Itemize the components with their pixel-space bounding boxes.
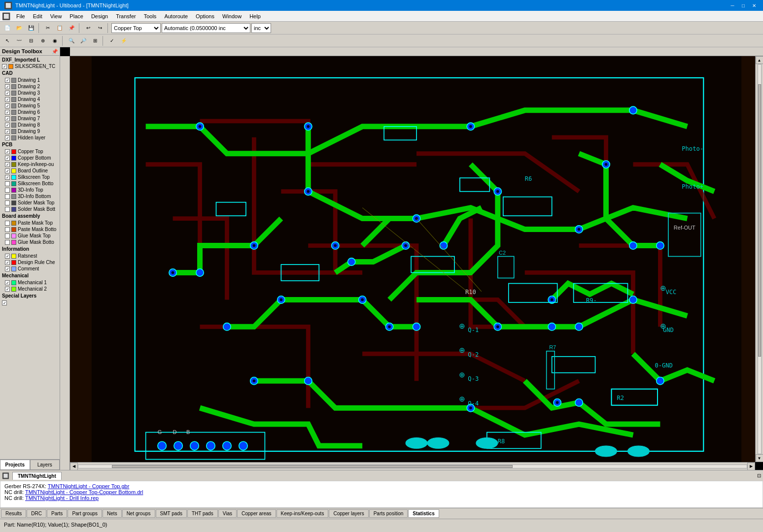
layer-check[interactable] bbox=[5, 149, 10, 154]
panel-tab-layers[interactable]: Layers bbox=[30, 460, 60, 470]
vscroll-thumb[interactable] bbox=[758, 84, 761, 357]
menu-item-autoroute[interactable]: Autoroute bbox=[160, 12, 192, 20]
layer-item-solder_mask_top[interactable]: Solder Mask Top bbox=[1, 200, 59, 206]
tb1-new-btn[interactable]: 📄 bbox=[2, 23, 13, 33]
layer-check[interactable] bbox=[5, 116, 10, 121]
tb2-zoom-fit-btn[interactable]: ⊞ bbox=[90, 35, 101, 46]
menu-item-transfer[interactable]: Transfer bbox=[112, 12, 140, 20]
pcb-canvas[interactable]: Q-1 Q-2 Q-3 Q-4 VCC GND 0-GND Photo- Pho… bbox=[70, 56, 763, 462]
menu-item-window[interactable]: Window bbox=[218, 12, 245, 20]
menu-item-place[interactable]: Place bbox=[66, 12, 87, 20]
layer-item-drawing_3[interactable]: Drawing 3 bbox=[1, 90, 59, 96]
layer-check[interactable] bbox=[5, 110, 10, 115]
tb2-autoroute-btn[interactable]: ⚡ bbox=[118, 35, 129, 46]
layer-check[interactable] bbox=[5, 260, 10, 265]
layer-check[interactable] bbox=[5, 287, 10, 292]
layer-item-paste_mask_top[interactable]: Paste Mask Top bbox=[1, 220, 59, 226]
hscroll-track[interactable] bbox=[78, 465, 747, 468]
layer-item-drawing_9[interactable]: Drawing 9 bbox=[1, 128, 59, 134]
bottom-tab-keep-ins_keep-outs[interactable]: Keep-ins/Keep-outs bbox=[277, 509, 329, 518]
layer-item-comment[interactable]: Comment bbox=[1, 266, 59, 272]
bottom-tab-part_groups[interactable]: Part groups bbox=[68, 509, 102, 518]
tb1-paste-btn[interactable]: 📌 bbox=[66, 23, 77, 33]
grid-selector[interactable]: Automatic (0.0500000 inc bbox=[162, 23, 250, 33]
hscroll-thumb[interactable] bbox=[112, 465, 513, 468]
layer-item-paste_mask_botto[interactable]: Paste Mask Botto bbox=[1, 226, 59, 233]
layer-check[interactable] bbox=[5, 135, 10, 140]
minimize-button[interactable]: ─ bbox=[728, 1, 737, 9]
layer-item-drawing_8[interactable]: Drawing 8 bbox=[1, 122, 59, 128]
tb1-copy-btn[interactable]: 📋 bbox=[54, 23, 65, 33]
layer-check[interactable] bbox=[5, 233, 10, 238]
menu-item-options[interactable]: Options bbox=[192, 12, 218, 20]
layer-item-mechanical_1[interactable]: Mechanical 1 bbox=[1, 279, 59, 286]
menu-item-edit[interactable]: Edit bbox=[29, 12, 46, 20]
tb2-zoom-in-btn[interactable]: 🔍 bbox=[66, 35, 77, 46]
sub-tab-tmnt[interactable]: TMNTNightLight bbox=[12, 472, 62, 480]
hscroll-right-btn[interactable]: ▶ bbox=[747, 463, 755, 470]
bottom-tab-copper_areas[interactable]: Copper areas bbox=[237, 509, 276, 518]
layer-item-drawing_7[interactable]: Drawing 7 bbox=[1, 115, 59, 122]
layer-item-copper_top[interactable]: Copper Top bbox=[1, 148, 59, 155]
bottom-tab-nets[interactable]: Nets bbox=[103, 509, 122, 518]
layer-item-board_outline[interactable]: Board Outline bbox=[1, 167, 59, 174]
bottom-tab-results[interactable]: Results bbox=[1, 509, 26, 518]
layer-check[interactable] bbox=[2, 64, 7, 69]
tb2-pad-btn[interactable]: ◉ bbox=[49, 35, 60, 46]
layer-item-silkscreen_top[interactable]: Silkscreen Top bbox=[1, 174, 59, 180]
layer-check[interactable] bbox=[5, 188, 10, 193]
layer-item-drawing_2[interactable]: Drawing 2 bbox=[1, 83, 59, 90]
tb2-select-btn[interactable]: ↖ bbox=[2, 35, 13, 46]
layer-check[interactable] bbox=[5, 103, 10, 108]
layer-item-3d-info_top[interactable]: 3D-Info Top bbox=[1, 187, 59, 193]
menu-item-tools[interactable]: Tools bbox=[140, 12, 161, 20]
layer-item-ratsnest[interactable]: Ratsnest bbox=[1, 253, 59, 259]
layer-check[interactable] bbox=[5, 200, 10, 205]
hscroll[interactable]: ◀ ▶ bbox=[70, 462, 755, 470]
unit-selector[interactable]: inc bbox=[251, 23, 271, 33]
layer-check[interactable] bbox=[5, 129, 10, 134]
special-check[interactable] bbox=[1, 299, 59, 306]
layer-check[interactable] bbox=[5, 266, 10, 271]
layer-item-design_rule_che[interactable]: Design Rule Che bbox=[1, 259, 59, 266]
tb1-redo-btn[interactable]: ↪ bbox=[95, 23, 105, 33]
bottom-tab-tht_pads[interactable]: THT pads bbox=[187, 509, 218, 518]
vscroll-up-btn[interactable]: ▲ bbox=[756, 56, 763, 64]
menu-item-design[interactable]: Design bbox=[87, 12, 112, 20]
tb1-undo-btn[interactable]: ↩ bbox=[83, 23, 94, 33]
layer-item-copper_bottom[interactable]: Copper Bottom bbox=[1, 155, 59, 161]
tb2-track-btn[interactable]: ⊟ bbox=[26, 35, 36, 46]
menu-item-help[interactable]: Help bbox=[245, 12, 265, 20]
maximize-button[interactable]: □ bbox=[738, 1, 748, 9]
tb2-zoom-out-btn[interactable]: 🔎 bbox=[78, 35, 89, 46]
canvas-area[interactable]: Q-1 Q-2 Q-3 Q-4 VCC GND 0-GND Photo- Pho… bbox=[60, 47, 763, 470]
layer-item-glue_mask_botto[interactable]: Glue Mask Botto bbox=[1, 239, 59, 245]
bottom-tab-statistics[interactable]: Statistics bbox=[408, 509, 439, 518]
bottom-tab-parts_position[interactable]: Parts position bbox=[369, 509, 408, 518]
layer-item-solder_mask_bott[interactable]: Solder Mask Bott bbox=[1, 206, 59, 212]
toolbox-pin-icon[interactable]: 📌 bbox=[52, 49, 58, 54]
layer-check[interactable] bbox=[5, 175, 10, 180]
layer-item-3d-info_bottom[interactable]: 3D-Info Bottom bbox=[1, 193, 59, 200]
vscroll[interactable]: ▲ ▼ bbox=[755, 56, 763, 462]
layer-selector[interactable]: Copper Top bbox=[111, 23, 161, 33]
hscroll-left-btn[interactable]: ◀ bbox=[70, 463, 78, 470]
layer-item-drawing_6[interactable]: Drawing 6 bbox=[1, 109, 59, 115]
menu-item-file[interactable]: File bbox=[12, 12, 29, 20]
layer-item-silkscreen_botto[interactable]: Silkscreen Botto bbox=[1, 180, 59, 187]
layer-check[interactable] bbox=[5, 168, 10, 173]
layer-check[interactable] bbox=[5, 207, 10, 212]
ncdrill-link-1[interactable]: TMNTNightLight - Copper Top-Copper Botto… bbox=[25, 489, 143, 495]
tb2-route-btn[interactable]: 〰 bbox=[14, 35, 25, 46]
layer-check[interactable] bbox=[5, 227, 10, 232]
close-button[interactable]: ✕ bbox=[749, 1, 759, 9]
bottom-tab-vias[interactable]: Vias bbox=[218, 509, 237, 518]
layer-item-silkscreen_tc[interactable]: SILKSCREEN_TC bbox=[1, 63, 59, 69]
layer-item-drawing_5[interactable]: Drawing 5 bbox=[1, 102, 59, 109]
tb2-via-btn[interactable]: ⊕ bbox=[37, 35, 48, 46]
float-right-icon[interactable]: ⊡ bbox=[757, 473, 761, 478]
layer-check[interactable] bbox=[5, 84, 10, 89]
bottom-tab-drc[interactable]: DRC bbox=[27, 509, 46, 518]
layer-check[interactable] bbox=[5, 221, 10, 226]
layer-check[interactable] bbox=[5, 181, 10, 186]
